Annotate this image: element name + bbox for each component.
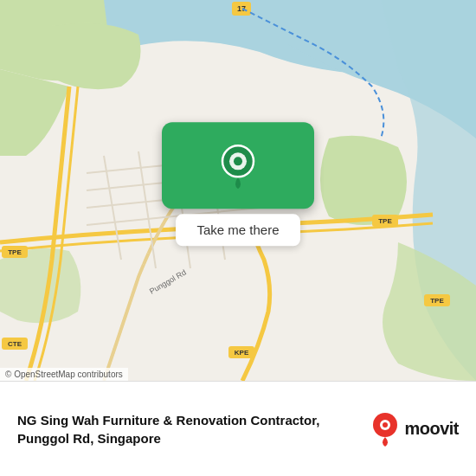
place-name: NG Sing Wah Furniture & Renovation Contr… — [17, 411, 329, 447]
svg-text:TPE: TPE — [8, 248, 22, 256]
green-location-box — [162, 122, 314, 209]
svg-point-30 — [383, 422, 388, 428]
moovit-brand-text: moovit — [404, 419, 459, 439]
moovit-logo: moovit — [371, 412, 459, 447]
svg-text:17: 17 — [237, 4, 246, 13]
place-info: NG Sing Wah Furniture & Renovation Contr… — [17, 411, 371, 447]
svg-text:TPE: TPE — [430, 297, 444, 305]
svg-point-26 — [234, 157, 242, 165]
take-me-there-button[interactable]: Take me there — [176, 214, 299, 246]
svg-text:TPE: TPE — [378, 217, 392, 225]
svg-text:CTE: CTE — [8, 340, 23, 348]
map-attribution: © OpenStreetMap contributors — [0, 368, 128, 381]
moovit-pin-icon — [371, 412, 399, 447]
svg-text:KPE: KPE — [235, 349, 249, 357]
map-action-overlay: Take me there — [162, 122, 314, 246]
map-container: TPE TPE TPE CTE KPE TPE 17 Punggol Rd — [0, 0, 476, 381]
location-pin-icon — [217, 142, 259, 189]
info-panel: NG Sing Wah Furniture & Renovation Contr… — [0, 381, 476, 476]
